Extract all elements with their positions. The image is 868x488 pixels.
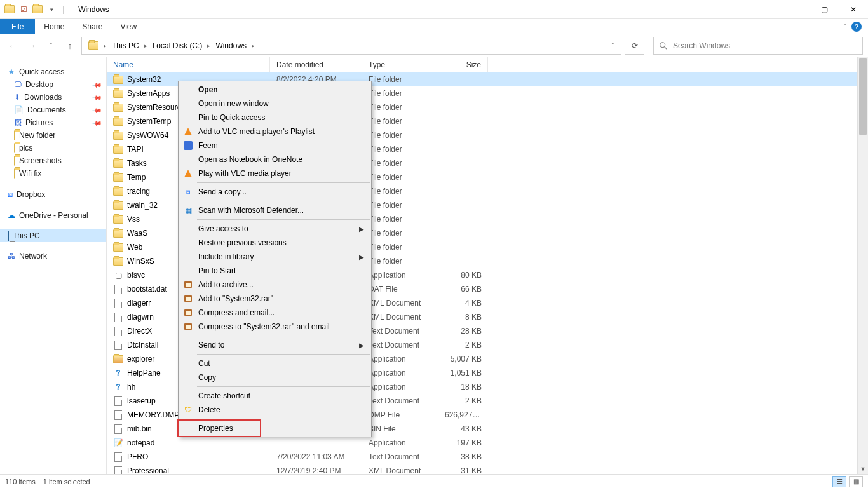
file-name: mib.bin: [127, 424, 152, 433]
scrollbar-thumb[interactable]: [859, 58, 867, 135]
search-placeholder: Search Windows: [673, 41, 730, 50]
sidebar-network-label: Network: [19, 252, 47, 261]
nav-recent-chevron-icon[interactable]: ˅: [43, 38, 58, 53]
context-menu-item[interactable]: Feem: [179, 139, 370, 152]
ribbon-tab-home[interactable]: Home: [35, 19, 73, 34]
context-menu-item[interactable]: Compress and email...: [179, 306, 370, 320]
sidebar-item-label: Desktop: [25, 80, 53, 89]
folder-icon: [113, 172, 123, 182]
maximize-button[interactable]: ▢: [810, 0, 839, 19]
help-icon[interactable]: ?: [851, 22, 862, 32]
nav-forward-button[interactable]: →: [24, 38, 39, 53]
chevron-right-icon[interactable]: ▸: [102, 43, 108, 49]
context-menu-item[interactable]: Cut: [179, 356, 370, 370]
context-menu-label: Properties: [198, 424, 233, 433]
context-menu-item[interactable]: Open in new window: [179, 97, 370, 111]
file-row[interactable]: 📝notepadApplication197 KB: [107, 436, 868, 450]
context-menu-item[interactable]: Open: [179, 83, 370, 97]
context-menu-item[interactable]: Add to VLC media player's Playlist: [179, 125, 370, 139]
breadcrumb-this-pc[interactable]: This PC: [108, 37, 143, 54]
file-name: Temp: [127, 173, 146, 182]
sidebar-item[interactable]: Wifi fix: [0, 167, 106, 180]
context-menu-item[interactable]: Pin to Start: [179, 264, 370, 278]
chevron-right-icon[interactable]: ▸: [250, 43, 256, 49]
context-menu-item[interactable]: Play with VLC media player: [179, 166, 370, 180]
file-size: 8 KB: [438, 313, 488, 322]
sidebar-quick-access[interactable]: ★ Quick access: [0, 65, 106, 78]
sidebar-this-pc[interactable]: This PC: [0, 229, 106, 242]
context-menu-item[interactable]: Create shortcut: [179, 389, 370, 403]
file-type: XML Document: [362, 313, 438, 322]
qat-chevron-down-icon[interactable]: ▾: [46, 4, 57, 15]
sidebar-network[interactable]: 🖧 Network: [0, 250, 106, 262]
search-input[interactable]: Search Windows: [653, 37, 863, 55]
file-type: File folder: [362, 89, 438, 98]
context-menu-item[interactable]: Send to▶: [179, 338, 370, 352]
context-menu-label: Open as Notebook in OneNote: [198, 155, 302, 164]
ribbon-tab-file[interactable]: File: [0, 19, 35, 34]
sidebar-item[interactable]: 📄Documents📌: [0, 104, 106, 116]
file-name: diagerr: [127, 299, 151, 308]
nav-up-button[interactable]: ↑: [62, 38, 78, 53]
sidebar-item[interactable]: 🖼Pictures📌: [0, 116, 106, 129]
context-menu-item[interactable]: Open as Notebook in OneNote: [179, 152, 370, 166]
ribbon-expand-icon[interactable]: ˅: [843, 23, 846, 30]
address-bar[interactable]: ▸ This PC ▸ Local Disk (C:) ▸ Windows ▸ …: [81, 37, 621, 55]
qat-newfolder-icon[interactable]: [32, 4, 43, 15]
breadcrumb-windows[interactable]: Windows: [212, 37, 250, 54]
context-menu-item[interactable]: Copy: [179, 370, 370, 384]
address-dropdown-icon[interactable]: ˅: [604, 37, 621, 54]
context-menu-label: Open in new window: [198, 99, 269, 108]
folder-icon: [113, 186, 123, 196]
close-button[interactable]: ✕: [839, 0, 868, 19]
context-menu-item[interactable]: Properties: [179, 421, 370, 435]
context-menu-item[interactable]: Add to "System32.rar": [179, 292, 370, 306]
sidebar-item[interactable]: New folder: [0, 129, 106, 142]
sidebar-onedrive[interactable]: ☁ OneDrive - Personal: [0, 209, 106, 222]
chevron-right-icon: ▶: [359, 254, 364, 261]
column-date[interactable]: Date modified: [270, 57, 362, 72]
scroll-down-icon[interactable]: ▼: [858, 463, 868, 474]
window-title: Windows: [78, 5, 109, 14]
context-menu-label: Send to: [198, 341, 224, 349]
pin-icon: 📌: [92, 118, 102, 128]
sidebar-item[interactable]: 🖵Desktop📌: [0, 78, 106, 91]
folder-icon: [113, 256, 123, 266]
context-menu-separator: [197, 201, 370, 201]
context-menu-item[interactable]: 🛡Delete: [179, 403, 370, 417]
view-large-icons-button[interactable]: ▦: [849, 476, 863, 487]
sidebar-dropbox[interactable]: ⧈ Dropbox: [0, 187, 106, 201]
file-size: 31 KB: [438, 466, 488, 474]
minimize-button[interactable]: ─: [780, 0, 810, 19]
nav-back-button[interactable]: ←: [5, 38, 20, 53]
context-menu-item[interactable]: Add to archive...: [179, 278, 370, 292]
context-menu-item[interactable]: ▦Scan with Microsoft Defender...: [179, 203, 370, 217]
chevron-right-icon[interactable]: ▸: [206, 43, 212, 49]
file-row[interactable]: PFRO7/20/2022 11:03 AMText Document38 KB: [107, 450, 868, 464]
vertical-scrollbar[interactable]: ▲ ▼: [857, 57, 868, 474]
breadcrumb-drive[interactable]: Local Disk (C:): [149, 37, 207, 54]
refresh-button[interactable]: ⟳: [625, 37, 644, 55]
column-type[interactable]: Type: [362, 57, 438, 72]
file-size: 5,007 KB: [438, 355, 488, 363]
column-name[interactable]: Name˄: [107, 57, 270, 72]
context-menu-item[interactable]: Pin to Quick access: [179, 111, 370, 125]
context-menu-item[interactable]: ⧈Send a copy...: [179, 185, 370, 199]
ribbon-tab-view[interactable]: View: [111, 19, 146, 34]
context-menu-item[interactable]: Give access to▶: [179, 222, 370, 236]
file-row[interactable]: Professional12/7/2019 2:40 PMXML Documen…: [107, 464, 868, 474]
sidebar-item[interactable]: ⬇Downloads📌: [0, 91, 106, 104]
chevron-right-icon[interactable]: ▸: [143, 43, 149, 49]
context-menu-item[interactable]: Compress to "System32.rar" and email: [179, 320, 370, 334]
file-name: SysWOW64: [127, 131, 168, 140]
folder-icon: [113, 88, 123, 98]
context-menu-item[interactable]: Restore previous versions: [179, 236, 370, 250]
view-details-button[interactable]: ☰: [832, 476, 846, 487]
sidebar-item[interactable]: pics: [0, 142, 106, 154]
context-menu-item[interactable]: Include in library▶: [179, 250, 370, 264]
ribbon-tab-share[interactable]: Share: [73, 19, 111, 34]
file-type: File folder: [362, 131, 438, 140]
qat-properties-icon[interactable]: ☑: [18, 4, 29, 15]
column-size[interactable]: Size: [438, 57, 488, 72]
sidebar-item[interactable]: Screenshots: [0, 154, 106, 167]
